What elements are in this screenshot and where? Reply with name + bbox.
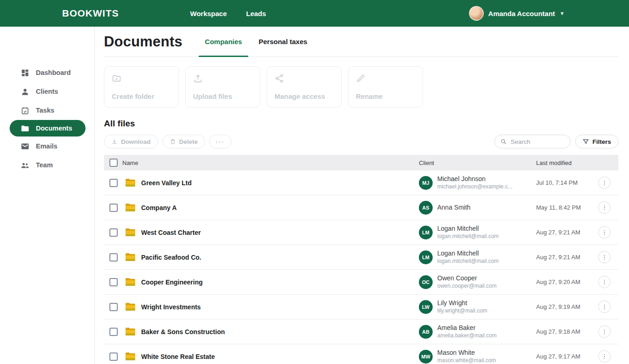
folder-icon	[125, 302, 136, 311]
user-avatar	[469, 6, 484, 21]
folder-name[interactable]: Cooper Engineering	[141, 279, 203, 286]
tab-companies[interactable]: Companies	[199, 27, 249, 57]
sidebar-item-label: Dashboard	[36, 69, 71, 76]
folder-name[interactable]: Green Valley Ltd	[141, 179, 192, 187]
last-modified: Aug 27, 9:18 AM	[536, 328, 598, 335]
table-row[interactable]: Pacific Seafood Co. LM Logan Mitchelllog…	[104, 245, 618, 270]
row-checkbox[interactable]	[109, 303, 118, 311]
row-menu-button[interactable]: ⋮	[598, 350, 611, 363]
client-name: Logan Mitchell	[437, 225, 499, 233]
row-checkbox[interactable]	[109, 278, 118, 286]
search-input[interactable]	[510, 138, 565, 145]
row-menu-button[interactable]: ⋮	[598, 226, 611, 239]
last-modified: Aug 27, 9:19 AM	[536, 303, 598, 310]
sidebar-item-label: Clients	[36, 88, 58, 95]
download-button[interactable]: Download	[104, 135, 158, 148]
folder-name[interactable]: Baker & Sons Construction	[141, 328, 225, 336]
folder-name[interactable]: White Stone Real Estate	[141, 353, 215, 360]
client-avatar: OC	[419, 275, 433, 289]
mail-icon	[21, 142, 29, 151]
tabs: Companies Personal taxes	[199, 27, 314, 57]
row-checkbox[interactable]	[109, 353, 118, 361]
folder-name[interactable]: Company A	[141, 204, 177, 211]
sidebar-item-dashboard[interactable]: Dashboard	[0, 63, 94, 82]
table-row[interactable]: Cooper Engineering OC Owen Cooperowen.co…	[104, 270, 618, 295]
row-menu-button[interactable]: ⋮	[598, 276, 611, 288]
chevron-down-icon: ▼	[560, 11, 565, 16]
row-checkbox[interactable]	[109, 204, 118, 212]
user-menu[interactable]: Amanda Accountant ▼	[469, 6, 565, 21]
sidebar-item-label: Tasks	[36, 107, 54, 114]
create-folder-button[interactable]: Create folder	[104, 66, 179, 108]
ellipsis-icon: ···	[216, 138, 225, 145]
client-avatar: LM	[419, 250, 433, 264]
client-email: lily.wright@mail.com	[437, 307, 487, 314]
table-row[interactable]: Green Valley Ltd MJ Michael Johnsonmicha…	[104, 171, 618, 195]
client-name: Anna Smith	[437, 204, 470, 212]
client-email: amelia.baker@mail.com	[437, 332, 497, 339]
rename-button[interactable]: Rename	[348, 66, 423, 108]
client-avatar: LW	[419, 300, 433, 314]
row-menu-button[interactable]: ⋮	[598, 201, 611, 214]
sidebar-item-team[interactable]: Team	[0, 156, 94, 174]
sidebar-item-documents[interactable]: Documents	[10, 120, 86, 136]
row-checkbox[interactable]	[109, 228, 118, 237]
client-avatar: MW	[419, 350, 433, 364]
table-row[interactable]: West Coast Charter LM Logan Mitchellloga…	[104, 220, 618, 245]
row-checkbox[interactable]	[109, 253, 118, 262]
row-checkbox[interactable]	[109, 179, 118, 187]
table-row[interactable]: Company A AS Anna Smith May 11, 8:42 PM …	[104, 195, 618, 220]
manage-access-button[interactable]: Manage access	[267, 66, 342, 108]
person-icon	[21, 87, 29, 96]
client-name: Logan Mitchell	[437, 250, 499, 258]
last-modified: Jul 10, 7:14 PM	[536, 179, 598, 186]
last-modified: Aug 27, 9:21 AM	[536, 229, 598, 236]
folder-icon	[125, 228, 136, 237]
dashboard-icon	[21, 68, 29, 77]
create-folder-icon	[112, 74, 121, 83]
top-nav: Workspace Leads	[190, 10, 266, 17]
client-avatar: MJ	[419, 176, 433, 190]
filters-button[interactable]: Filters	[575, 135, 618, 148]
folder-icon	[125, 253, 136, 262]
select-all-checkbox[interactable]	[109, 159, 118, 167]
last-modified: May 11, 8:42 PM	[536, 204, 598, 211]
delete-button[interactable]: Delete	[162, 135, 206, 148]
folder-name[interactable]: Wright Investments	[141, 303, 201, 311]
row-menu-button[interactable]: ⋮	[598, 325, 611, 338]
folder-name[interactable]: West Coast Charter	[141, 229, 201, 236]
col-name: Name	[122, 159, 419, 166]
search-icon	[500, 138, 507, 145]
brand-logo: BOOKWITS	[62, 8, 119, 19]
sidebar-item-emails[interactable]: Emails	[0, 137, 94, 155]
folder-name[interactable]: Pacific Seafood Co.	[141, 254, 201, 261]
sidebar: Dashboard Clients Tasks Documents Emails…	[0, 27, 95, 364]
nav-workspace[interactable]: Workspace	[190, 10, 227, 17]
actions-row: Download Delete ··· Filters	[104, 135, 618, 148]
row-menu-button[interactable]: ⋮	[598, 251, 611, 263]
client-name: Lily Wright	[437, 299, 487, 307]
client-email: logan.mitchell@mail.com	[437, 258, 499, 265]
search-box[interactable]	[494, 135, 571, 148]
tab-personal-taxes[interactable]: Personal taxes	[252, 27, 314, 57]
delete-label: Delete	[179, 138, 198, 145]
sidebar-item-tasks[interactable]: Tasks	[0, 101, 94, 119]
row-menu-button[interactable]: ⋮	[598, 176, 611, 189]
table-row[interactable]: Wright Investments LW Lily Wrightlily.wr…	[104, 295, 618, 319]
team-icon	[21, 161, 29, 170]
row-menu-button[interactable]: ⋮	[598, 301, 611, 313]
more-actions-button[interactable]: ···	[209, 135, 231, 148]
table-row[interactable]: Baker & Sons Construction AB Amelia Bake…	[104, 319, 618, 344]
sidebar-item-clients[interactable]: Clients	[0, 82, 94, 101]
client-avatar: AS	[419, 201, 433, 215]
all-files-title: All files	[104, 119, 618, 129]
upload-files-button[interactable]: Upload files	[185, 66, 260, 108]
table-row[interactable]: White Stone Real Estate MW Mason Whitema…	[104, 344, 618, 364]
folder-icon	[125, 178, 136, 187]
folder-icon	[125, 327, 136, 336]
nav-leads[interactable]: Leads	[246, 10, 266, 17]
files-table: Name Client Last modified Green Valley L…	[104, 155, 618, 364]
filters-label: Filters	[592, 138, 611, 145]
sidebar-item-label: Team	[36, 161, 53, 169]
row-checkbox[interactable]	[109, 328, 118, 336]
